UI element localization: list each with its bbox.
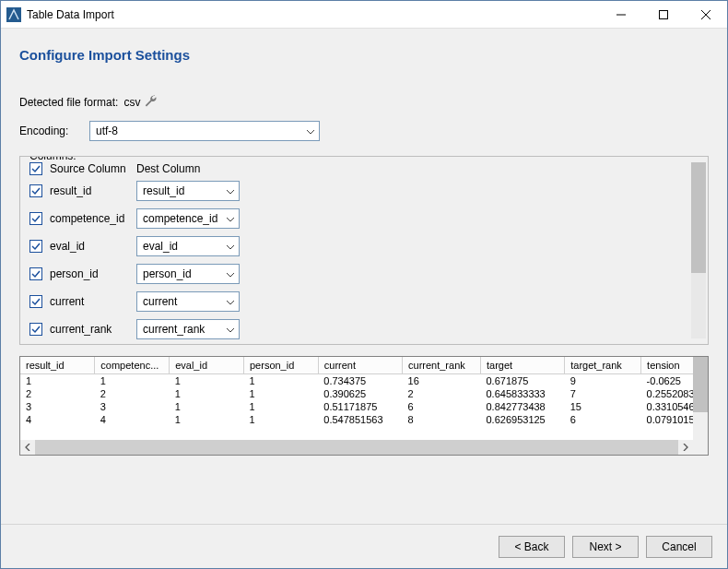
column-dest-select[interactable]: result_id [136,181,240,201]
grid-cell: 0.626953125 [481,413,565,426]
column-dest-value: competence_id [143,212,217,225]
column-dest-select[interactable]: eval_id [136,236,240,256]
column-dest-select[interactable]: person_id [136,264,240,284]
column-dest-select[interactable]: current [136,291,240,312]
grid-cell: 0.255208333 [641,387,693,400]
chevron-down-icon [226,212,235,225]
chevron-down-icon [226,323,235,336]
column-dest-value: person_id [143,267,192,280]
grid-column-header[interactable]: target [481,357,565,374]
grid-row[interactable]: 22110.39062520.64583333370.25520833313 [20,387,693,400]
grid-cell: 3 [95,400,170,413]
chevron-down-icon [226,267,235,280]
column-dest-value: current_rank [143,323,205,336]
grid-cell: 1 [243,400,318,413]
grid-cell: 1 [170,413,244,426]
columns-master-checkbox[interactable] [29,162,42,175]
column-checkbox[interactable] [29,240,42,253]
chevron-down-icon [226,184,235,197]
grid-horizontal-scrollbar-track[interactable] [35,440,678,455]
encoding-select[interactable]: utf-8 [89,121,320,141]
titlebar: Table Data Import [1,1,727,29]
grid-column-header[interactable]: current [318,357,402,374]
columns-scrollbar-thumb[interactable] [691,162,706,273]
grid-cell: 1 [243,374,318,388]
grid-column-header[interactable]: current_rank [403,357,481,374]
grid-cell: 0.547851563 [318,413,402,426]
grid-cell: 16 [403,374,481,388]
column-mapping-row: competence_idcompetence_id [29,208,702,229]
grid-cell: 1 [243,413,318,426]
next-button[interactable]: Next > [572,536,639,558]
grid-column-header[interactable]: eval_id [170,357,244,374]
grid-cell: 0.331054688 [641,400,693,413]
grid-cell: 6 [403,400,481,413]
column-mapping-row: current_rankcurrent_rank [29,319,702,339]
column-checkbox[interactable] [29,184,42,197]
content-area: Configure Import Settings Detected file … [1,29,727,524]
svg-rect-2 [660,10,668,18]
columns-header-source: Source Column [50,162,136,175]
column-dest-value: current [143,295,177,308]
grid-scroll-corner [693,440,708,455]
column-checkbox[interactable] [29,212,42,225]
column-dest-value: result_id [143,184,184,197]
grid-cell: 0.734375 [318,374,402,388]
wrench-icon[interactable] [144,94,157,110]
grid-column-header[interactable]: tension [641,357,693,374]
columns-groupbox: Columns: Source Column Dest Column resul… [19,156,709,345]
grid-column-header[interactable]: person_id [243,357,318,374]
grid-column-header[interactable]: result_id [20,357,95,374]
back-button[interactable]: < Back [499,536,565,558]
maximize-button[interactable] [642,1,685,29]
column-source-name: competence_id [50,212,136,225]
grid-cell: 0.671875 [481,374,565,388]
grid-cell: 0.390625 [318,387,402,400]
detected-format-value: csv [123,96,140,109]
app-icon [6,7,21,22]
minimize-button[interactable] [600,1,642,29]
grid-cell: 1 [20,374,95,388]
cancel-button[interactable]: Cancel [646,536,712,558]
grid-cell: 0.51171875 [318,400,402,413]
grid-cell: 2 [95,387,170,400]
scroll-left-icon[interactable] [20,440,35,455]
encoding-value: utf-8 [96,124,118,137]
scroll-right-icon[interactable] [678,440,693,455]
grid-horizontal-scrollbar[interactable] [20,440,693,455]
encoding-label: Encoding: [19,124,84,137]
chevron-down-icon [226,295,235,308]
encoding-row: Encoding: utf-8 [19,121,709,141]
grid-column-header[interactable]: target_rank [565,357,641,374]
column-dest-select[interactable]: current_rank [136,319,240,339]
column-checkbox[interactable] [29,323,42,336]
column-dest-select[interactable]: competence_id [136,208,240,229]
grid-row[interactable]: 33110.5117187560.842773438150.3310546881… [20,400,693,413]
columns-group-label: Columns: [28,156,78,162]
close-button[interactable] [685,1,727,29]
columns-header-row: Source Column Dest Column [29,162,702,175]
grid-column-header[interactable]: competenc... [95,357,170,374]
grid-vertical-scrollbar[interactable] [693,357,708,440]
column-checkbox[interactable] [29,295,42,308]
grid-cell: -0.0625 [641,374,693,388]
detected-format-label: Detected file format: [19,96,118,109]
grid-cell: 4 [20,413,95,426]
window-title: Table Data Import [27,8,114,21]
grid-row[interactable]: 44110.54785156380.62695312560.0791015637 [20,413,693,426]
grid-vertical-scrollbar-thumb[interactable] [693,357,708,412]
grid-cell: 8 [403,413,481,426]
column-mapping-row: currentcurrent [29,291,702,312]
window: Table Data Import Configure Import Setti… [0,0,728,569]
grid-cell: 3 [20,400,95,413]
grid-cell: 2 [20,387,95,400]
chevron-down-icon [306,124,315,137]
columns-scrollbar[interactable] [691,162,706,338]
column-dest-value: eval_id [143,240,178,253]
column-source-name: result_id [50,184,136,197]
column-source-name: current_rank [50,323,136,336]
column-source-name: current [50,295,136,308]
grid-row[interactable]: 11110.734375160.6718759-0.06255 [20,374,693,388]
column-checkbox[interactable] [29,267,42,280]
grid-cell: 1 [170,374,244,388]
